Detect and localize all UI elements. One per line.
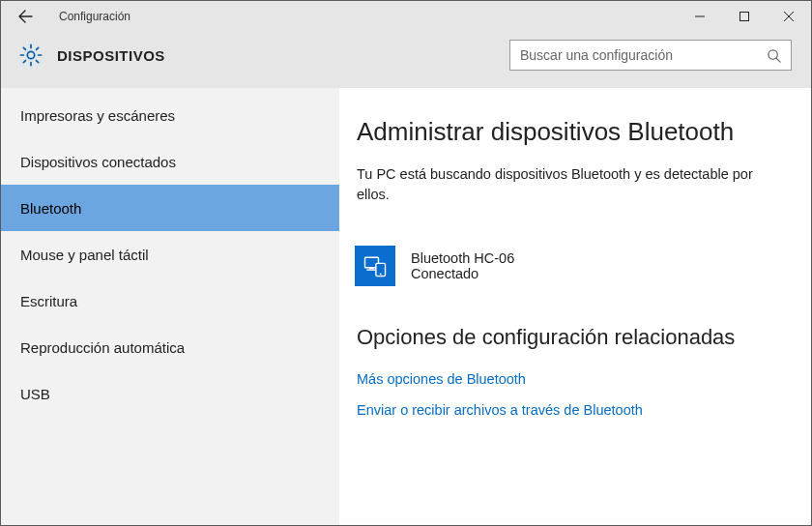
maximize-icon bbox=[740, 12, 749, 21]
sidebar-item-label: Mouse y panel táctil bbox=[20, 247, 149, 263]
device-status: Conectado bbox=[411, 266, 514, 281]
page-heading: Administrar dispositivos Bluetooth bbox=[357, 117, 782, 147]
sidebar-item-label: USB bbox=[20, 386, 50, 402]
header: DISPOSITIVOS bbox=[1, 32, 811, 88]
section-title: DISPOSITIVOS bbox=[57, 47, 165, 64]
maximize-button[interactable] bbox=[722, 2, 767, 31]
svg-point-2 bbox=[768, 49, 777, 58]
device-item[interactable]: Bluetooth HC-06 Conectado bbox=[355, 246, 782, 286]
svg-rect-5 bbox=[366, 270, 377, 271]
back-button[interactable] bbox=[11, 2, 40, 31]
device-text: Bluetooth HC-06 Conectado bbox=[411, 250, 514, 281]
window-title: Configuración bbox=[59, 10, 130, 23]
device-icon bbox=[355, 246, 395, 286]
link-send-receive-files[interactable]: Enviar o recibir archivos a través de Bl… bbox=[357, 402, 782, 418]
search-field[interactable] bbox=[509, 40, 792, 71]
svg-rect-0 bbox=[740, 13, 749, 21]
sidebar-item-mouse-touchpad[interactable]: Mouse y panel táctil bbox=[1, 231, 339, 278]
sidebar-item-autoplay[interactable]: Reproducción automática bbox=[1, 324, 339, 370]
related-heading: Opciones de configuración relacionadas bbox=[357, 325, 782, 350]
status-text: Tu PC está buscando dispositivos Bluetoo… bbox=[357, 164, 782, 205]
gear-icon bbox=[18, 43, 44, 68]
sidebar-item-label: Dispositivos conectados bbox=[20, 154, 176, 170]
minimize-button[interactable] bbox=[678, 2, 722, 31]
sidebar-item-bluetooth[interactable]: Bluetooth bbox=[1, 185, 339, 231]
sidebar-item-label: Escritura bbox=[20, 293, 77, 309]
sidebar-item-label: Bluetooth bbox=[20, 200, 81, 217]
sidebar-item-typing[interactable]: Escritura bbox=[1, 278, 339, 324]
sidebar-item-connected-devices[interactable]: Dispositivos conectados bbox=[1, 138, 339, 185]
minimize-icon bbox=[695, 12, 705, 21]
content-pane: Administrar dispositivos Bluetooth Tu PC… bbox=[339, 88, 811, 525]
sidebar-item-label: Impresoras y escáneres bbox=[20, 107, 175, 124]
settings-window: Configuración DISPOSITIVOS bbox=[0, 0, 812, 526]
sidebar-item-usb[interactable]: USB bbox=[1, 370, 339, 417]
link-more-bluetooth-options[interactable]: Más opciones de Bluetooth bbox=[357, 371, 782, 387]
back-arrow-icon bbox=[17, 9, 33, 24]
window-controls bbox=[678, 2, 811, 31]
sidebar-item-printers[interactable]: Impresoras y escáneres bbox=[1, 92, 339, 138]
body: Impresoras y escáneres Dispositivos cone… bbox=[1, 88, 811, 525]
svg-point-7 bbox=[380, 273, 382, 275]
close-icon bbox=[784, 12, 794, 21]
svg-rect-4 bbox=[369, 268, 374, 270]
search-icon[interactable] bbox=[767, 48, 781, 63]
svg-point-1 bbox=[27, 51, 34, 58]
titlebar: Configuración bbox=[1, 1, 811, 32]
device-name: Bluetooth HC-06 bbox=[411, 250, 514, 266]
search-input[interactable] bbox=[520, 47, 767, 63]
sidebar-item-label: Reproducción automática bbox=[20, 339, 185, 356]
close-button[interactable] bbox=[767, 2, 811, 31]
sidebar: Impresoras y escáneres Dispositivos cone… bbox=[1, 88, 339, 525]
